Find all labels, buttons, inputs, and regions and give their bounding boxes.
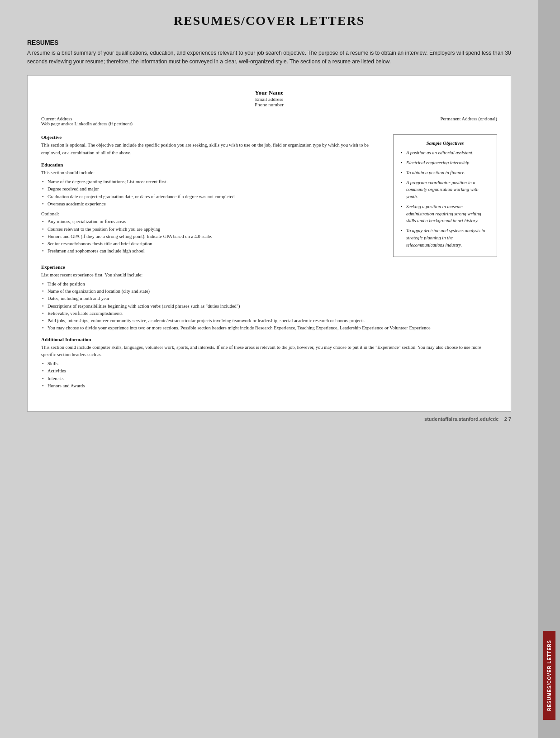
optional-bullets-list: Any minors, specialization or focus area… — [41, 218, 384, 255]
name-block: Your Name Email address Phone number — [41, 89, 497, 107]
right-sidebar: RESUMES/COVER LETTERS — [538, 0, 560, 738]
address-left: Current Address Web page and/or LinkedIn… — [41, 116, 133, 126]
resumes-heading: RESUMES — [27, 39, 511, 46]
education-title: Education — [41, 162, 384, 167]
exp-bullet-3: Dates, including month and year — [41, 295, 497, 302]
exp-bullet-2: Name of the organization and location (c… — [41, 288, 497, 295]
additional-bullets-list: Skills Activities Interests Honors and A… — [41, 360, 497, 390]
web-address: Web page and/or LinkedIn address (if per… — [41, 121, 133, 126]
experience-section: Experience List most recent experience f… — [41, 264, 497, 332]
opt-bullet-2: Courses relevant to the position for whi… — [41, 226, 384, 233]
page-title: RESUMES/COVER LETTERS — [27, 14, 511, 28]
add-bullet-4: Honors and Awards — [41, 382, 497, 390]
experience-bullets-list: Title of the position Name of the organi… — [41, 281, 497, 332]
sample-objectives-list: A position as an editorial assistant. El… — [400, 149, 490, 248]
sample-obj-3: To obtain a position in finance. — [400, 169, 490, 176]
sample-objectives-col: Sample Objectives A position as an edito… — [393, 134, 497, 258]
sample-obj-6: To apply decision and systems analysis t… — [400, 227, 490, 248]
edu-bullet-3: Graduation date or projected graduation … — [41, 193, 384, 200]
education-intro: This section should include: — [41, 169, 384, 176]
email-line: Email address — [41, 96, 497, 102]
footer-page: 2 7 — [504, 416, 511, 422]
experience-title: Experience — [41, 264, 497, 270]
add-bullet-3: Interests — [41, 375, 497, 382]
footer-url: studentaffairs.stanford.edu/cdc — [424, 416, 498, 422]
phone-line: Phone number — [41, 102, 497, 107]
edu-bullet-1: Name of the degree-granting institutions… — [41, 178, 384, 186]
additional-text: This section could include computer skil… — [41, 344, 497, 359]
exp-bullet-4: Descriptions of responsibilities beginni… — [41, 303, 497, 310]
objective-left: Objective This section is optional. The … — [41, 134, 384, 258]
add-bullet-1: Skills — [41, 360, 497, 367]
optional-label: Optional: — [41, 211, 384, 216]
opt-bullet-5: Freshmen and sophomores can include high… — [41, 248, 384, 255]
sample-objectives-box: Sample Objectives A position as an edito… — [393, 134, 497, 257]
sample-obj-1: A position as an editorial assistant. — [400, 149, 490, 157]
current-address: Current Address — [41, 116, 133, 121]
address-row: Current Address Web page and/or LinkedIn… — [41, 116, 497, 126]
exp-bullet-1: Title of the position — [41, 281, 497, 288]
objective-section: Objective This section is optional. The … — [41, 134, 497, 258]
edu-bullet-4: Overseas academic experience — [41, 200, 384, 208]
footer: studentaffairs.stanford.edu/cdc 2 7 — [27, 416, 511, 422]
exp-bullet-7: You may choose to divide your experience… — [41, 324, 497, 332]
resume-document: Your Name Email address Phone number Cur… — [27, 75, 511, 412]
sidebar-tab: RESUMES/COVER LETTERS — [543, 631, 555, 720]
sample-objectives-title: Sample Objectives — [400, 140, 490, 146]
education-bullets-list: Name of the degree-granting institutions… — [41, 178, 384, 208]
additional-title: Additional Information — [41, 337, 497, 342]
opt-bullet-1: Any minors, specialization or focus area… — [41, 218, 384, 225]
objective-text: This section is optional. The objective … — [41, 142, 384, 157]
intro-paragraph: A resume is a brief summary of your qual… — [27, 49, 511, 66]
edu-bullet-2: Degree received and major — [41, 186, 384, 193]
objective-title: Objective — [41, 134, 384, 140]
sample-obj-5: Seeking a position in museum administrat… — [400, 203, 490, 224]
exp-bullet-6: Paid jobs, internships, volunteer commun… — [41, 317, 497, 324]
exp-bullet-5: Believable, verifiable accomplishments — [41, 310, 497, 317]
permanent-address: Permanent Address (optional) — [441, 116, 497, 126]
sample-obj-4: A program coordinator position in a comm… — [400, 179, 490, 200]
add-bullet-2: Activities — [41, 367, 497, 375]
sample-obj-2: Electrical engineering internship. — [400, 159, 490, 167]
opt-bullet-3: Honors and GPA (if they are a strong sel… — [41, 233, 384, 240]
experience-intro: List most recent experience first. You s… — [41, 271, 497, 279]
your-name: Your Name — [41, 89, 497, 96]
opt-bullet-4: Senior research/honors thesis title and … — [41, 240, 384, 248]
additional-section: Additional Information This section coul… — [41, 337, 497, 390]
